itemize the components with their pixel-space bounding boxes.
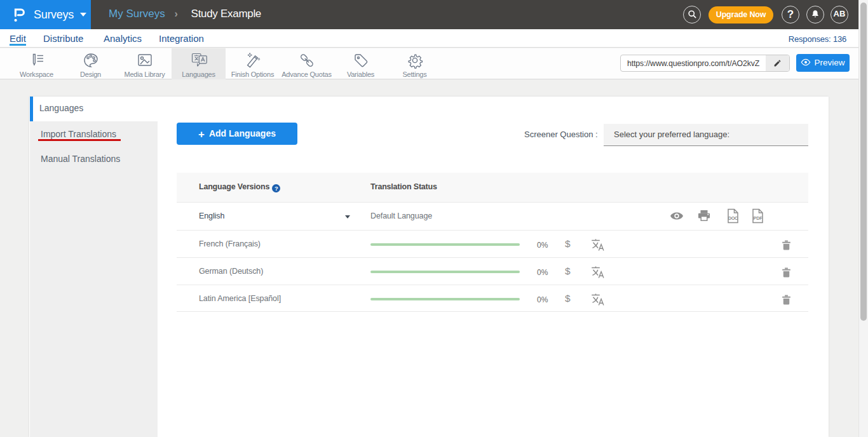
svg-text:PDF: PDF bbox=[754, 215, 763, 221]
svg-text:DOC: DOC bbox=[728, 215, 738, 221]
